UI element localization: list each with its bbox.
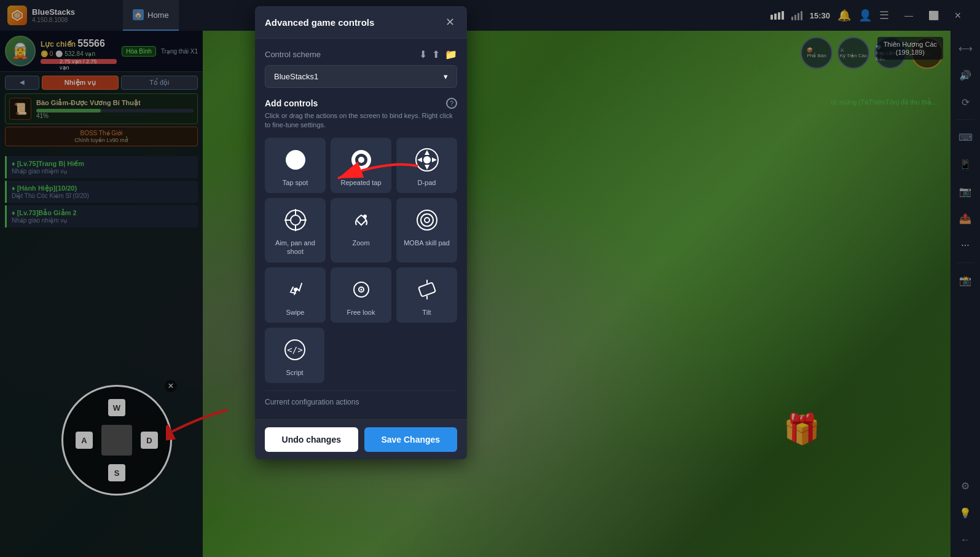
moba-skill-pad-icon (414, 207, 441, 234)
svg-rect-28 (418, 282, 435, 296)
red-arrow-dpad-control (313, 154, 424, 205)
help-icon[interactable]: ? (446, 98, 457, 109)
modal-overlay: Advanced game controls ✕ Control scheme … (0, 0, 980, 557)
swipe-label: Swipe (286, 308, 305, 317)
agc-footer: Undo changes Save Changes (255, 419, 467, 459)
add-controls-title: Add controls (265, 98, 318, 108)
export-icon[interactable]: ⬆ (432, 49, 440, 60)
tilt-icon (414, 276, 441, 303)
svg-point-27 (360, 288, 362, 290)
script-control[interactable]: </> Script (265, 328, 324, 383)
add-controls-header: Add controls ? (265, 98, 457, 109)
svg-point-4 (286, 150, 305, 170)
agc-title: Advanced game controls (265, 17, 374, 28)
moba-skill-pad-label: MOBA skill pad (404, 239, 450, 247)
add-controls-desc: Click or drag the actions on the screen … (265, 111, 457, 130)
svg-text:</>: </> (287, 345, 302, 355)
control-scheme-header: Control scheme ⬇ ⬆ 📁 (265, 49, 457, 60)
control-scheme-label: Control scheme (265, 50, 321, 59)
tilt-control[interactable]: Tilt (396, 267, 457, 323)
script-icon: </> (281, 336, 308, 363)
svg-point-24 (294, 288, 297, 291)
svg-point-21 (417, 210, 437, 230)
import-icon[interactable]: ⬇ (419, 49, 427, 60)
svg-point-22 (421, 214, 433, 226)
aim-pan-shoot-label: Aim, pan and shoot (270, 239, 321, 256)
swipe-control[interactable]: Swipe (265, 267, 326, 323)
undo-changes-button[interactable]: Undo changes (265, 427, 358, 452)
zoom-label: Zoom (352, 239, 369, 247)
control-scheme-icons: ⬇ ⬆ 📁 (419, 49, 457, 60)
current-config-label: Current configuration actions (265, 398, 359, 406)
svg-marker-10 (425, 165, 429, 170)
swipe-icon (282, 276, 309, 303)
free-look-control[interactable]: Free look (331, 267, 391, 323)
moba-skill-pad-control[interactable]: MOBA skill pad (396, 198, 457, 263)
tap-spot-label: Tap spot (283, 178, 308, 187)
tap-spot-icon (282, 146, 309, 173)
aim-pan-shoot-icon (282, 207, 309, 234)
tilt-label: Tilt (422, 308, 431, 317)
free-look-label: Free look (347, 308, 375, 317)
svg-point-20 (363, 215, 367, 218)
control-scheme-section: Control scheme ⬇ ⬆ 📁 BlueStacks1 ▾ (265, 49, 457, 88)
agc-body: Control scheme ⬇ ⬆ 📁 BlueStacks1 ▾ Add c… (255, 39, 467, 419)
agc-panel: Advanced game controls ✕ Control scheme … (255, 6, 467, 459)
svg-point-15 (291, 215, 300, 225)
agc-close-button[interactable]: ✕ (442, 15, 457, 30)
zoom-icon (348, 207, 375, 234)
svg-point-23 (425, 218, 429, 223)
aim-pan-shoot-control[interactable]: Aim, pan and shoot (265, 198, 326, 263)
svg-marker-9 (425, 150, 429, 155)
zoom-control[interactable]: Zoom (331, 198, 391, 263)
svg-marker-12 (432, 157, 437, 162)
folder-icon[interactable]: 📁 (445, 49, 457, 60)
script-label: Script (286, 368, 303, 377)
add-controls-section: Add controls ? Click or drag the actions… (265, 98, 457, 130)
save-changes-button[interactable]: Save Changes (364, 427, 458, 452)
agc-header: Advanced game controls ✕ (255, 6, 467, 39)
scheme-dropdown[interactable]: BlueStacks1 ▾ (265, 65, 457, 88)
svg-point-13 (423, 156, 431, 164)
free-look-icon (348, 276, 375, 303)
current-config-section: Current configuration actions (265, 390, 457, 409)
